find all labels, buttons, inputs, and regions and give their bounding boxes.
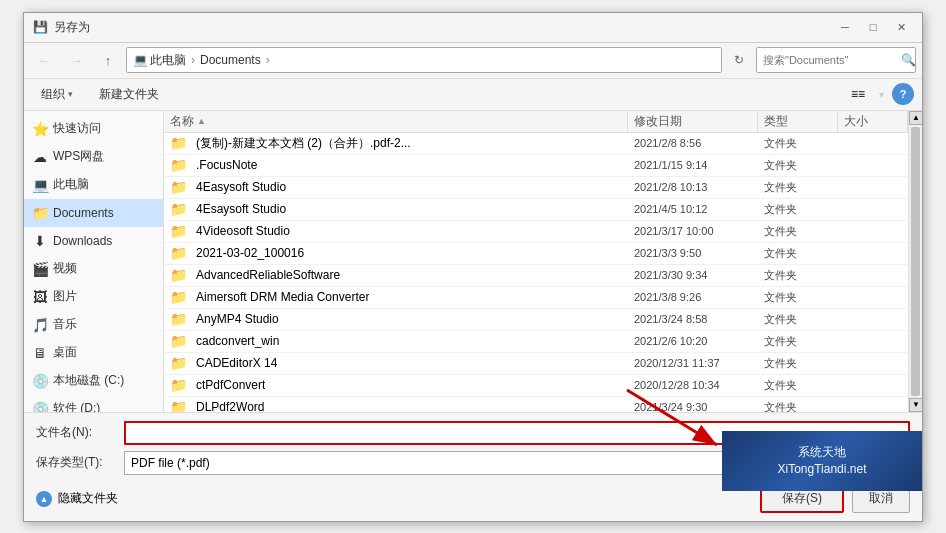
- folder-icon: 📁: [170, 333, 187, 349]
- minimize-button[interactable]: ─: [832, 14, 858, 40]
- file-size: [838, 353, 908, 374]
- file-type: 文件夹: [758, 177, 838, 198]
- filename-label: 文件名(N):: [36, 424, 116, 441]
- hide-icon: ▲: [36, 491, 52, 507]
- folder-icon: 📁: [170, 289, 187, 305]
- folder-icon: 📁: [170, 311, 187, 327]
- table-row[interactable]: 📁 CADEditorX 14 2020/12/31 11:37 文件夹: [164, 353, 908, 375]
- maximize-button[interactable]: □: [860, 14, 886, 40]
- view-button[interactable]: ≡≡: [845, 82, 871, 106]
- table-row[interactable]: 📁 DLPdf2Word 2021/3/24 9:30 文件夹: [164, 397, 908, 412]
- file-type: 文件夹: [758, 375, 838, 396]
- sidebar-item-local-c[interactable]: 💿 本地磁盘 (C:): [24, 367, 163, 395]
- file-type: 文件夹: [758, 265, 838, 286]
- file-name: 📁 CADEditorX 14: [164, 353, 628, 374]
- file-size: [838, 331, 908, 352]
- table-row[interactable]: 📁 .FocusNote 2021/1/15 9:14 文件夹: [164, 155, 908, 177]
- sidebar-item-videos[interactable]: 🎬 视频: [24, 255, 163, 283]
- folder-icon: 📁: [170, 245, 187, 261]
- table-row[interactable]: 📁 2021-03-02_100016 2021/3/3 9:50 文件夹: [164, 243, 908, 265]
- dialog-title: 另存为: [54, 19, 832, 36]
- sidebar-item-soft-d[interactable]: 💿 软件 (D:): [24, 395, 163, 412]
- col-header-name[interactable]: 名称 ▲: [164, 111, 628, 132]
- table-row[interactable]: 📁 4Esaysoft Studio 2021/4/5 10:12 文件夹: [164, 199, 908, 221]
- new-folder-button[interactable]: 新建文件夹: [90, 82, 168, 106]
- desktop-icon: 🖥: [32, 345, 48, 361]
- search-box[interactable]: 🔍: [756, 47, 916, 73]
- up-button[interactable]: ↑: [94, 47, 122, 73]
- address-folder: Documents: [200, 53, 261, 67]
- file-size: [838, 133, 908, 154]
- scroll-down-button[interactable]: ▼: [909, 398, 922, 412]
- file-name: 📁 4Esaysoft Studio: [164, 199, 628, 220]
- main-content: ⭐ 快速访问 ☁ WPS网盘 💻 此电脑 📁 Documents ⬇ Downl…: [24, 111, 922, 412]
- wps-cloud-icon: ☁: [32, 149, 48, 165]
- sidebar-item-downloads[interactable]: ⬇ Downloads: [24, 227, 163, 255]
- chevron-down-icon: ▾: [68, 89, 73, 99]
- hide-folders-toggle[interactable]: ▲ 隐藏文件夹: [36, 490, 118, 507]
- file-type: 文件夹: [758, 353, 838, 374]
- file-type: 文件夹: [758, 155, 838, 176]
- disk-c-icon: 💿: [32, 373, 48, 389]
- forward-button[interactable]: →: [62, 47, 90, 73]
- organize-button[interactable]: 组织 ▾: [32, 82, 82, 106]
- table-row[interactable]: 📁 AdvancedReliableSoftware 2021/3/30 9:3…: [164, 265, 908, 287]
- file-size: [838, 199, 908, 220]
- help-button[interactable]: ?: [892, 83, 914, 105]
- title-bar: 💾 另存为 ─ □ ✕: [24, 13, 922, 43]
- back-button[interactable]: ←: [30, 47, 58, 73]
- file-date: 2021/3/24 8:58: [628, 309, 758, 330]
- folder-icon: 📁: [170, 135, 187, 151]
- file-name: 📁 cadconvert_win: [164, 331, 628, 352]
- folder-icon: 📁: [170, 157, 187, 173]
- sidebar-item-music[interactable]: 🎵 音乐: [24, 311, 163, 339]
- address-bar[interactable]: 💻 此电脑 › Documents ›: [126, 47, 722, 73]
- table-row[interactable]: 📁 Aimersoft DRM Media Converter 2021/3/8…: [164, 287, 908, 309]
- file-type: 文件夹: [758, 133, 838, 154]
- nav-toolbar: ← → ↑ 💻 此电脑 › Documents › ↻ 🔍: [24, 43, 922, 79]
- scroll-up-button[interactable]: ▲: [909, 111, 922, 125]
- file-date: 2021/1/15 9:14: [628, 155, 758, 176]
- sidebar-item-wps-cloud[interactable]: ☁ WPS网盘: [24, 143, 163, 171]
- close-button[interactable]: ✕: [888, 14, 914, 40]
- scrollbar[interactable]: ▲ ▼: [908, 111, 922, 412]
- file-size: [838, 221, 908, 242]
- file-name: 📁 ctPdfConvert: [164, 375, 628, 396]
- sidebar-item-this-pc[interactable]: 💻 此电脑: [24, 171, 163, 199]
- file-name: 📁 Aimersoft DRM Media Converter: [164, 287, 628, 308]
- save-dialog: 💾 另存为 ─ □ ✕ ← → ↑ 💻 此电脑 › Documents › ↻ …: [23, 12, 923, 522]
- table-row[interactable]: 📁 4Easysoft Studio 2021/2/8 10:13 文件夹: [164, 177, 908, 199]
- sidebar-item-documents[interactable]: 📁 Documents: [24, 199, 163, 227]
- col-header-size[interactable]: 大小: [838, 111, 908, 132]
- refresh-button[interactable]: ↻: [726, 47, 752, 73]
- table-row[interactable]: 📁 (复制)-新建文本文档 (2)（合并）.pdf-2... 2021/2/8 …: [164, 133, 908, 155]
- col-header-date[interactable]: 修改日期: [628, 111, 758, 132]
- sidebar: ⭐ 快速访问 ☁ WPS网盘 💻 此电脑 📁 Documents ⬇ Downl…: [24, 111, 164, 412]
- file-size: [838, 243, 908, 264]
- col-header-type[interactable]: 类型: [758, 111, 838, 132]
- file-size: [838, 155, 908, 176]
- quick-access-icon: ⭐: [32, 121, 48, 137]
- file-type: 文件夹: [758, 199, 838, 220]
- table-row[interactable]: 📁 AnyMP4 Studio 2021/3/24 8:58 文件夹: [164, 309, 908, 331]
- table-row[interactable]: 📁 cadconvert_win 2021/2/6 10:20 文件夹: [164, 331, 908, 353]
- table-row[interactable]: 📁 ctPdfConvert 2020/12/28 10:34 文件夹: [164, 375, 908, 397]
- folder-icon: 📁: [170, 399, 187, 412]
- file-size: [838, 287, 908, 308]
- search-input[interactable]: [763, 54, 901, 66]
- folder-icon: 📁: [170, 223, 187, 239]
- scrollbar-thumb[interactable]: [911, 127, 920, 396]
- folder-icon: 📁: [170, 267, 187, 283]
- sidebar-item-quick-access[interactable]: ⭐ 快速访问: [24, 115, 163, 143]
- file-date: 2021/2/6 10:20: [628, 331, 758, 352]
- file-date: 2021/3/24 9:30: [628, 397, 758, 412]
- videos-icon: 🎬: [32, 261, 48, 277]
- title-controls: ─ □ ✕: [832, 14, 914, 40]
- downloads-icon: ⬇: [32, 233, 48, 249]
- file-list-header: 名称 ▲ 修改日期 类型 大小: [164, 111, 908, 133]
- sidebar-item-pictures[interactable]: 🖼 图片: [24, 283, 163, 311]
- sidebar-item-desktop[interactable]: 🖥 桌面: [24, 339, 163, 367]
- table-row[interactable]: 📁 4Videosoft Studio 2021/3/17 10:00 文件夹: [164, 221, 908, 243]
- address-sep-1: ›: [191, 53, 195, 67]
- file-name: 📁 (复制)-新建文本文档 (2)（合并）.pdf-2...: [164, 133, 628, 154]
